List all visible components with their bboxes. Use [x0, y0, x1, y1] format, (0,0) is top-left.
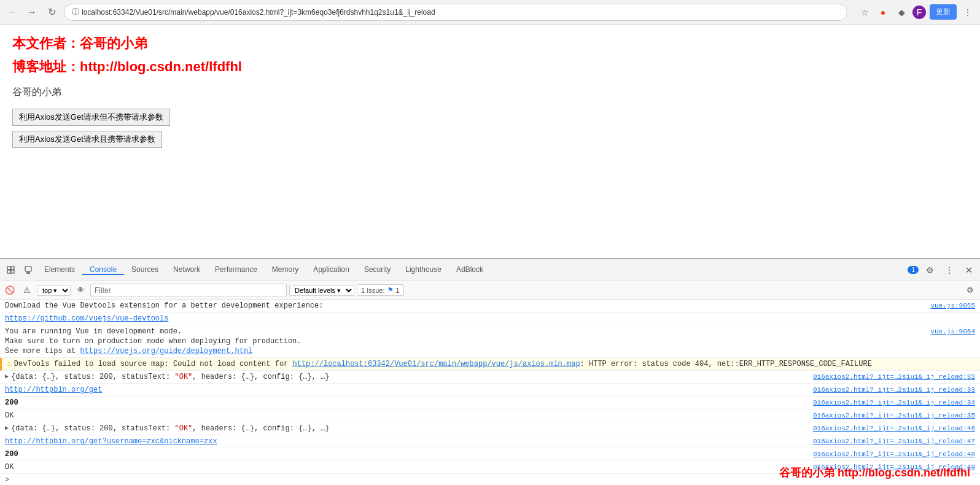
devtools-header-right: 1 ⚙ ⋮ ✕ — [908, 262, 978, 279]
console-line: http://httpbin.org/get 016axios2.html?_i… — [0, 384, 980, 397]
console-toolbar-right: ⚙ — [963, 283, 978, 298]
console-line: ▶ {data: {…}, status: 200, statusText: "… — [0, 422, 980, 435]
address-bar[interactable]: ⓘ localhost:63342/Vue01/src/main/webapp/… — [64, 4, 847, 21]
console-line-warning: ⚠ DevTools failed to load source map: Co… — [0, 358, 980, 371]
clear-console-button[interactable]: 🚫 — [2, 283, 17, 298]
page-content: 本文作者：谷哥的小弟 博客地址：http://blog.csdn.net/lfd… — [0, 25, 980, 258]
console-source[interactable]: 016axios2.html?_ijt=…2s1u1&_ij_reload:46 — [813, 424, 975, 433]
issue-label: 1 Issue: — [361, 287, 385, 294]
httpbin-link-2[interactable]: http://httpbin.org/get?username=zxc&nick… — [5, 437, 217, 446]
update-button[interactable]: 更新 — [930, 4, 957, 20]
device-toolbar-button[interactable] — [20, 262, 37, 279]
console-source[interactable]: vue.js:9064 — [930, 327, 975, 336]
console-line: 200 016axios2.html?_ijt=…2s1u1&_ij_reloa… — [0, 448, 980, 461]
filter-input[interactable] — [90, 284, 287, 297]
console-source[interactable]: 016axios2.html?_ijt=…2s1u1&_ij_reload:33 — [813, 385, 975, 395]
expand-arrow[interactable]: ▶ — [5, 424, 9, 433]
issue-badge[interactable]: 1 Issue: ⚑ 1 — [357, 284, 404, 296]
tab-console[interactable]: Console — [82, 265, 124, 275]
tab-network[interactable]: Network — [166, 265, 208, 275]
message-badge: 1 — [908, 266, 919, 274]
browser-icons: ☆ ● ◆ F 更新 ⋮ — [857, 4, 975, 20]
menu-button[interactable]: ⋮ — [960, 5, 975, 20]
console-line: 200 016axios2.html?_ijt=…2s1u1&_ij_reloa… — [0, 397, 980, 409]
devtools-close-button[interactable]: ✕ — [960, 262, 978, 279]
inspect-element-button[interactable] — [2, 262, 20, 279]
svg-rect-2 — [7, 270, 10, 273]
console-source[interactable]: 016axios2.html?_ijt=…2s1u1&_ij_reload:35 — [813, 411, 975, 421]
console-source[interactable]: 016axios2.html?_ijt=…2s1u1&_ij_reload:34 — [813, 398, 975, 408]
lock-icon: ⓘ — [72, 7, 79, 17]
svg-rect-1 — [11, 266, 14, 270]
devtools-panel: Elements Console Sources Network Perform… — [0, 258, 980, 485]
console-line: ▶ {data: {…}, status: 200, statusText: "… — [0, 371, 980, 384]
url-text: localhost:63342/Vue01/src/main/webapp/vu… — [82, 8, 839, 17]
devtools-header: Elements Console Sources Network Perform… — [0, 259, 980, 281]
console-line: http://httpbin.org/get?username=zxc&nick… — [0, 435, 980, 448]
browser-chrome: ← → ↻ ⓘ localhost:63342/Vue01/src/main/w… — [0, 0, 980, 25]
profile-button[interactable]: F — [912, 6, 926, 19]
author-title: 本文作者：谷哥的小弟 — [12, 34, 968, 53]
page-subtitle: 谷哥的小弟 — [12, 86, 968, 99]
expand-arrow[interactable]: ▶ — [5, 372, 9, 382]
vue-devtools-link[interactable]: https://github.com/vuejs/vue-devtools — [5, 314, 168, 323]
get-with-params-button[interactable]: 利用Axios发送Get请求且携带请求参数 — [12, 131, 162, 148]
filter-button[interactable]: ⚠ — [20, 283, 34, 298]
tab-elements[interactable]: Elements — [37, 265, 82, 275]
console-source[interactable]: 016axios2.html?_ijt=…2s1u1&_ij_reload:48 — [813, 449, 975, 459]
warning-icon: ⚠ — [7, 359, 12, 369]
back-button[interactable]: ← — [5, 5, 20, 20]
console-line: https://github.com/vuejs/vue-devtools — [0, 312, 980, 325]
context-selector[interactable]: top ▾ — [37, 285, 71, 296]
console-toolbar: 🚫 ⚠ top ▾ 👁 Default levels ▾ 1 Issue: ⚑ … — [0, 281, 980, 300]
opera-icon-button[interactable]: ● — [876, 5, 890, 20]
tab-lighthouse[interactable]: Lighthouse — [398, 265, 449, 275]
svg-rect-4 — [25, 266, 31, 271]
devtools-tabs: Elements Console Sources Network Perform… — [37, 265, 908, 275]
watermark: 谷哥的小弟 http://blog.csdn.net/lfdfhl — [779, 465, 970, 480]
tab-application[interactable]: Application — [306, 265, 357, 275]
console-source[interactable]: 016axios2.html?_ijt=…2s1u1&_ij_reload:47 — [813, 437, 975, 446]
console-source[interactable]: vue.js:9055 — [930, 301, 975, 311]
httpbin-link-1[interactable]: http://httpbin.org/get — [5, 386, 102, 394]
console-line: Download the Vue Devtools extension for … — [0, 300, 980, 312]
reload-button[interactable]: ↻ — [44, 5, 59, 20]
blog-title: 博客地址：http://blog.csdn.net/lfdfhl — [12, 58, 968, 76]
issue-count: 1 — [396, 287, 400, 294]
issue-icon: ⚑ — [387, 286, 394, 294]
deployment-link[interactable]: https://vuejs.org/guide/deployment.html — [80, 347, 252, 355]
console-source[interactable]: 016axios2.html?_ijt=…2s1u1&_ij_reload:32 — [813, 372, 975, 382]
default-levels-select[interactable]: Default levels ▾ — [289, 285, 354, 296]
source-map-link[interactable]: http://localhost:63342/Vue01/src/main/we… — [293, 360, 580, 368]
prompt-icon: > — [5, 475, 9, 485]
get-no-params-button[interactable]: 利用Axios发送Get请求但不携带请求参数 — [12, 109, 170, 126]
tab-sources[interactable]: Sources — [124, 265, 166, 275]
tab-adblock[interactable]: AdBlock — [449, 265, 491, 275]
bookmark-star-button[interactable]: ☆ — [857, 5, 872, 20]
devtools-more-button[interactable]: ⋮ — [941, 262, 958, 279]
tab-performance[interactable]: Performance — [208, 265, 265, 275]
console-line: You are running Vue in development mode.… — [0, 325, 980, 358]
svg-rect-3 — [11, 270, 14, 273]
svg-rect-0 — [7, 266, 10, 270]
console-output: Download the Vue Devtools extension for … — [0, 300, 980, 485]
console-settings-button[interactable]: ⚙ — [963, 283, 978, 298]
forward-button[interactable]: → — [25, 5, 39, 20]
tab-memory[interactable]: Memory — [265, 265, 306, 275]
eye-button[interactable]: 👁 — [73, 283, 88, 298]
console-line: OK 016axios2.html?_ijt=…2s1u1&_ij_reload… — [0, 409, 980, 422]
devtools-settings-button[interactable]: ⚙ — [921, 262, 938, 279]
tab-security[interactable]: Security — [357, 265, 398, 275]
extensions-button[interactable]: ◆ — [894, 5, 909, 20]
